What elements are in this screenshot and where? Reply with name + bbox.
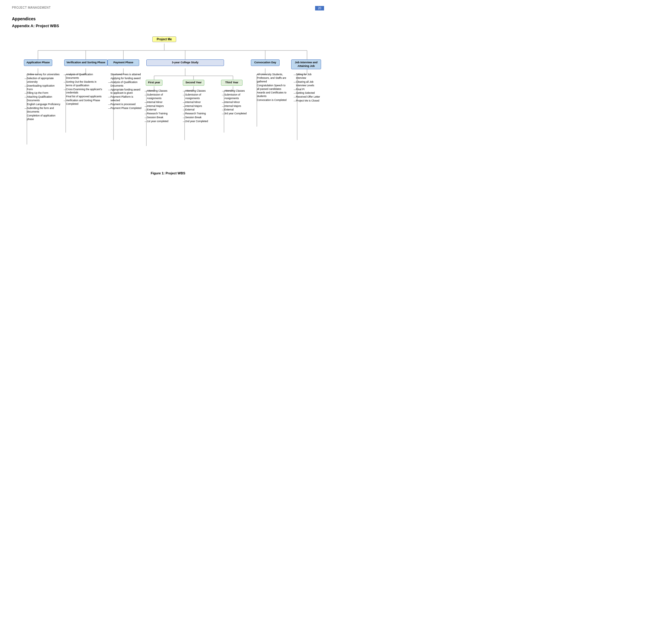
root-node: Project Me [152,37,176,42]
yr1-list: Attending Classes Submission of Assignme… [145,89,176,124]
year3-node: Third Year [221,80,242,86]
figure-caption: Figure 1: Project WBS [12,171,324,175]
level1-payment: Payment Phase [107,59,139,66]
document-title: PROJECT MANAGEMENT [12,6,51,9]
year1-node: First year [146,80,163,86]
level1-convocation: Convocation Day [251,59,280,66]
level1-verification: Verification and Sorting Phase [64,59,107,66]
ver-list: Analysis of Qualification Documents Sort… [64,73,102,106]
app-list: Online survey for universities Selection… [24,73,60,122]
pay-list: Structured Fees is attained Applying for… [108,73,142,111]
page-number: 20 [315,6,324,10]
year2-node: Second Year [183,80,204,86]
yr3-list: Attending Classes Submission of Assignme… [222,89,250,116]
job-list: Sitting for Job Interview Clearing all J… [294,73,322,103]
yr2-list: Attending Classes Submission of Assignme… [183,89,215,124]
wbs-container: Project Me Application Phase Verificatio… [12,34,324,163]
appendix-a-heading: Appendix A: Project WBS [12,24,324,28]
con-list: All University Students, Professors, and… [255,73,287,102]
level1-application: Application Phase [24,59,52,66]
level1-college: 3-year College Study [146,59,224,66]
level1-job: Job Interview and Attaining Job [291,59,321,69]
appendices-heading: Appendices [12,17,324,21]
